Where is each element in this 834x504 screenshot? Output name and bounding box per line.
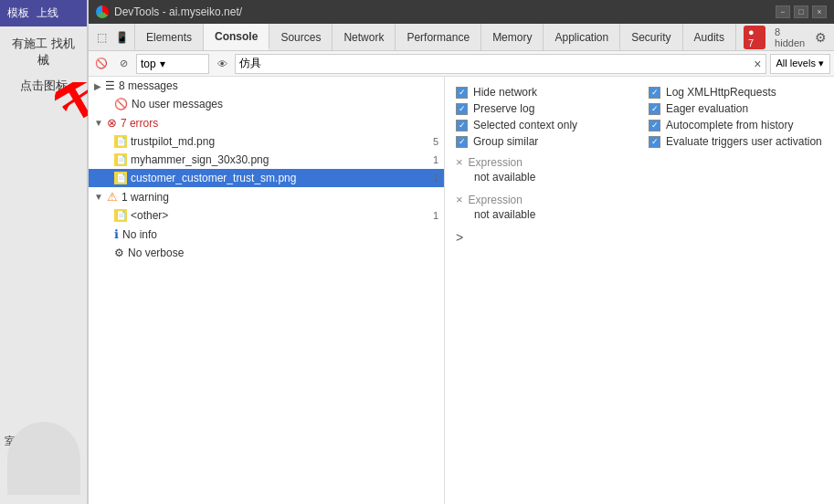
filter-icon[interactable]: ⊘ [114, 55, 132, 73]
search-input[interactable] [239, 58, 754, 70]
warnings-expand-icon: ▼ [94, 192, 103, 202]
preserve-log-row: Preserve log [456, 100, 630, 117]
expression-1-label: Expression [469, 156, 523, 169]
warning-triangle-icon: ⚠ [107, 190, 118, 204]
no-info-row: ℹ No info [89, 225, 444, 244]
sidebar-item-1: 有施工 找机械 [7, 36, 79, 68]
hide-network-checkbox[interactable] [456, 87, 468, 99]
no-verbose-label: No verbose [128, 247, 184, 259]
settings-icon[interactable]: ⚙ [815, 30, 827, 45]
info-circle-icon: ℹ [114, 227, 119, 241]
settings-grid: Hide network Preserve log Selected conte… [456, 84, 823, 150]
eye-icon[interactable]: 👁 [213, 55, 231, 73]
expression-2-close-icon[interactable]: × [456, 193, 463, 206]
file-icon-2: 📄 [114, 153, 127, 166]
tab-elements[interactable]: Elements [135, 24, 204, 50]
clear-console-button[interactable]: 🚫 [92, 55, 111, 73]
log-levels-button[interactable]: All levels ▾ [770, 54, 830, 74]
context-dropdown-icon: ▾ [160, 58, 165, 70]
warning-file-1[interactable]: 📄 <other> 1 [89, 206, 444, 225]
devtools-window: DevTools - ai.myseiko.net/ − □ × ⬚ 📱 Ele… [88, 0, 834, 504]
no-verbose-row: ⚙ No verbose [89, 244, 444, 262]
error-file-3-count: 1 [433, 173, 438, 184]
error-badge: ● 7 [744, 26, 765, 49]
group-similar-label: Group similar [473, 135, 538, 148]
tab-network[interactable]: Network [333, 24, 396, 50]
group-similar-checkbox[interactable] [456, 136, 468, 148]
error-file-3[interactable]: 📄 customer_customer_trust_sm.png 1 [89, 169, 444, 187]
minimize-button[interactable]: − [776, 5, 790, 18]
context-label: top [141, 58, 156, 70]
eval-triggers-label: Evaluate triggers user activation [666, 135, 822, 148]
warning-file-icon-1: 📄 [114, 209, 127, 222]
hide-network-label: Hide network [473, 86, 537, 99]
hidden-badge: 8 hidden [775, 26, 809, 48]
error-file-1-name: trustpilot_md.png [131, 135, 215, 148]
title-bar: DevTools - ai.myseiko.net/ − □ × [89, 0, 834, 24]
no-user-messages-item[interactable]: 🚫 No user messages [89, 95, 444, 113]
window-controls: − □ × [776, 5, 827, 18]
autocomplete-checkbox[interactable] [649, 120, 660, 131]
settings-right-col: Log XMLHttpRequests Eager evaluation Aut… [649, 84, 823, 150]
sidebar-tab-online[interactable]: 上线 [37, 5, 58, 21]
page-sidebar: 模板 上线 有施工 找机械 点击图标 室内 钢 [0, 0, 88, 504]
maximize-button[interactable]: □ [794, 5, 808, 18]
tab-application[interactable]: Application [544, 24, 620, 50]
tab-sources[interactable]: Sources [269, 24, 333, 50]
verbose-icon: ⚙ [114, 247, 124, 259]
log-xmlhttp-row: Log XMLHttpRequests [649, 84, 823, 100]
search-clear-icon[interactable]: × [754, 57, 761, 71]
expression-1-close-icon[interactable]: × [456, 155, 463, 169]
error-file-2-count: 1 [433, 154, 438, 165]
error-file-1-count: 5 [433, 136, 438, 147]
log-xmlhttp-checkbox[interactable] [649, 87, 660, 99]
close-button[interactable]: × [812, 5, 827, 18]
sidebar-tab-templates[interactable]: 模板 [7, 5, 29, 21]
selected-context-row: Selected context only [456, 117, 630, 133]
file-icon-3: 📄 [114, 172, 127, 184]
file-icon-1: 📄 [114, 135, 127, 148]
warnings-label: 1 warning [121, 191, 169, 204]
preserve-log-label: Preserve log [473, 102, 534, 115]
console-main: ▶ ☰ 8 messages 🚫 No user messages ▼ ⊗ 7 … [89, 77, 834, 504]
expression-2-value: not available [456, 208, 823, 225]
message-panel: ▶ ☰ 8 messages 🚫 No user messages ▼ ⊗ 7 … [89, 77, 445, 504]
error-file-2[interactable]: 📄 myhammer_sign_30x30.png 1 [89, 151, 444, 169]
error-file-3-name: customer_customer_trust_sm.png [131, 172, 296, 184]
tab-console[interactable]: Console [204, 24, 269, 50]
group-similar-row: Group similar [456, 133, 630, 150]
all-messages-label: 8 messages [119, 79, 178, 92]
eager-eval-checkbox[interactable] [649, 103, 660, 115]
warning-file-1-count: 1 [433, 210, 438, 221]
tab-security[interactable]: Security [620, 24, 682, 50]
errors-group[interactable]: ▼ ⊗ 7 errors [89, 113, 444, 132]
hide-network-row: Hide network [456, 84, 630, 100]
prompt-symbol: > [456, 230, 463, 245]
autocomplete-label: Autocomplete from history [666, 119, 793, 131]
tab-audits[interactable]: Audits [683, 24, 736, 50]
error-file-1[interactable]: 📄 trustpilot_md.png 5 [89, 132, 444, 151]
all-messages-group[interactable]: ▶ ☰ 8 messages [89, 77, 444, 95]
console-prompt: > [456, 225, 823, 245]
tab-memory[interactable]: Memory [481, 24, 544, 50]
errors-expand-icon: ▼ [94, 118, 103, 128]
warnings-group[interactable]: ▼ ⚠ 1 warning [89, 187, 444, 206]
context-selector[interactable]: top ▾ [136, 54, 209, 74]
settings-left-col: Hide network Preserve log Selected conte… [456, 84, 630, 150]
log-xmlhttp-label: Log XMLHttpRequests [666, 86, 776, 99]
eager-eval-label: Eager evaluation [666, 102, 748, 115]
inspect-icon[interactable]: ⬚ [92, 28, 111, 47]
settings-panel: Hide network Preserve log Selected conte… [445, 77, 834, 504]
autocomplete-row: Autocomplete from history [649, 117, 823, 133]
selected-context-checkbox[interactable] [456, 120, 468, 131]
preserve-log-checkbox[interactable] [456, 103, 468, 115]
eval-triggers-row: Evaluate triggers user activation [649, 133, 823, 150]
tab-performance[interactable]: Performance [396, 24, 481, 50]
device-icon[interactable]: 📱 [112, 28, 131, 47]
warning-file-1-name: <other> [131, 209, 168, 222]
expression-1-value: not available [456, 171, 823, 187]
no-user-messages-label: No user messages [132, 98, 223, 110]
list-icon: ☰ [105, 79, 115, 92]
eval-triggers-checkbox[interactable] [649, 136, 660, 148]
window-title: DevTools - ai.myseiko.net/ [114, 5, 770, 18]
